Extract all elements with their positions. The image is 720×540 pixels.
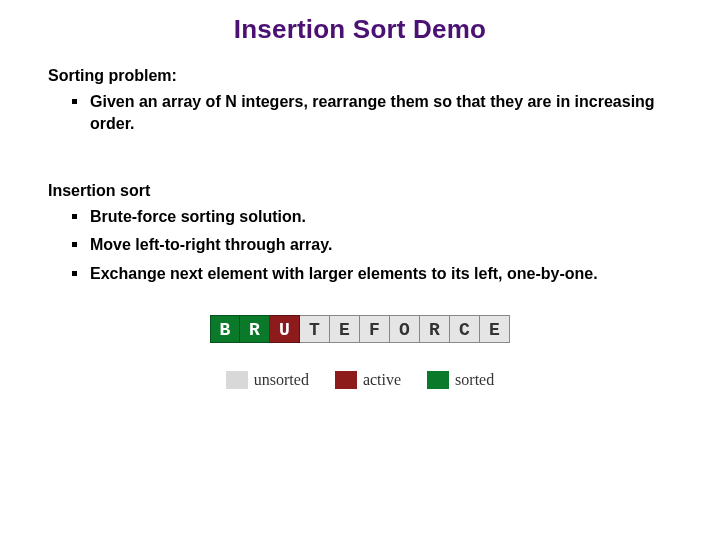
method-bullet: Move left-to-right through array.: [68, 234, 672, 256]
swatch-unsorted: [226, 371, 248, 389]
legend-item-unsorted: unsorted: [226, 371, 309, 389]
legend-item-sorted: sorted: [427, 371, 494, 389]
array-cell: O: [390, 315, 420, 343]
method-heading: Insertion sort: [48, 182, 720, 200]
problem-bullet: Given an array of N integers, rearrange …: [68, 91, 672, 136]
array-cell: R: [240, 315, 270, 343]
array-cell: B: [210, 315, 240, 343]
swatch-sorted: [427, 371, 449, 389]
legend-label: unsorted: [254, 371, 309, 389]
problem-bullets: Given an array of N integers, rearrange …: [68, 91, 672, 136]
legend-item-active: active: [335, 371, 401, 389]
array-cell: U: [270, 315, 300, 343]
array-cell: C: [450, 315, 480, 343]
array-visualization: BRUTEFORCE: [0, 315, 720, 343]
legend: unsorted active sorted: [0, 371, 720, 389]
method-bullets: Brute-force sorting solution. Move left-…: [68, 206, 672, 285]
array-cell: T: [300, 315, 330, 343]
array-cell: F: [360, 315, 390, 343]
problem-heading: Sorting problem:: [48, 67, 720, 85]
legend-label: active: [363, 371, 401, 389]
method-bullet: Brute-force sorting solution.: [68, 206, 672, 228]
array-cell: E: [330, 315, 360, 343]
array-cell: E: [480, 315, 510, 343]
swatch-active: [335, 371, 357, 389]
legend-label: sorted: [455, 371, 494, 389]
array-cell: R: [420, 315, 450, 343]
method-bullet: Exchange next element with larger elemen…: [68, 263, 672, 285]
page-title: Insertion Sort Demo: [0, 14, 720, 45]
